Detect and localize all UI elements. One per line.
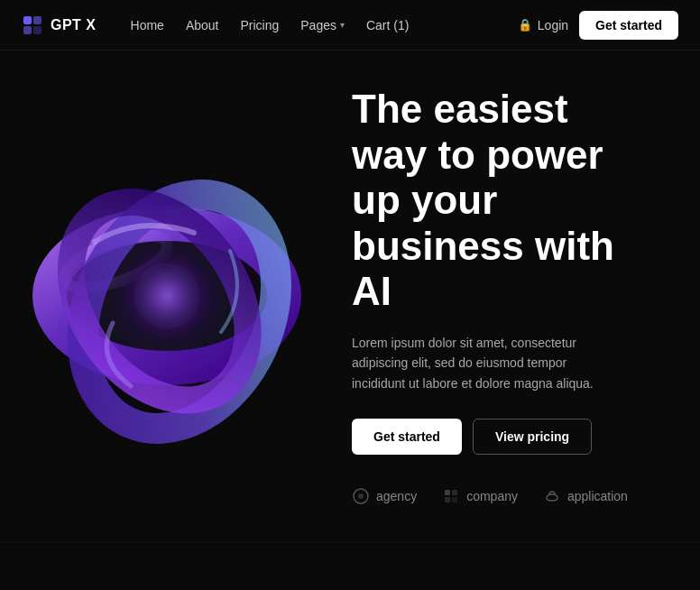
svg-rect-13 — [452, 490, 457, 495]
company-icon — [442, 487, 460, 505]
brand-application: application — [543, 487, 628, 505]
bottom-section: Unlock the potential of your business wi… — [0, 541, 700, 590]
logo[interactable]: GPT X — [22, 14, 97, 36]
nav-home[interactable]: Home — [122, 13, 173, 38]
application-label: application — [567, 489, 628, 503]
get-started-nav-button[interactable]: Get started — [579, 11, 678, 40]
nav-left: GPT X Home About Pricing Pages ▾ Cart (1… — [22, 13, 418, 38]
hero-title: The easiest way to power up your busines… — [352, 87, 640, 315]
view-pricing-button[interactable]: View pricing — [473, 419, 592, 455]
hero-buttons: Get started View pricing — [352, 419, 664, 455]
lock-icon: 🔒 — [518, 18, 532, 32]
agency-icon — [352, 487, 370, 505]
nav-pages[interactable]: Pages ▾ — [291, 13, 354, 38]
brand-logos: agency company application — [352, 487, 664, 505]
nav-about[interactable]: About — [177, 13, 228, 38]
navbar: GPT X Home About Pricing Pages ▾ Cart (1… — [0, 0, 700, 51]
abstract-3d-shape — [14, 124, 320, 467]
hero-image-area — [0, 97, 334, 494]
brand-agency: agency — [352, 487, 417, 505]
svg-rect-12 — [445, 490, 450, 495]
application-icon — [543, 487, 561, 505]
svg-rect-3 — [33, 26, 41, 34]
logo-text: GPT X — [51, 17, 97, 33]
login-button[interactable]: 🔒 Login — [518, 18, 568, 32]
get-started-hero-button[interactable]: Get started — [352, 419, 462, 455]
nav-right: 🔒 Login Get started — [518, 11, 678, 40]
svg-point-9 — [122, 251, 212, 341]
nav-pricing[interactable]: Pricing — [231, 13, 288, 38]
svg-rect-1 — [33, 16, 41, 24]
hero-section: The easiest way to power up your busines… — [0, 51, 700, 541]
svg-rect-2 — [23, 26, 32, 34]
nav-cart[interactable]: Cart (1) — [357, 13, 418, 38]
hero-content: The easiest way to power up your busines… — [334, 51, 700, 541]
agency-label: agency — [376, 489, 417, 503]
pages-chevron-icon: ▾ — [340, 20, 345, 30]
login-label: Login — [538, 18, 568, 32]
svg-rect-14 — [445, 497, 450, 502]
svg-rect-0 — [23, 16, 32, 24]
logo-icon — [22, 14, 43, 36]
nav-links: Home About Pricing Pages ▾ Cart (1) — [122, 13, 419, 38]
hero-description: Lorem ipsum dolor sit amet, consectetur … — [352, 333, 622, 393]
brand-company: company — [442, 487, 518, 505]
company-label: company — [466, 489, 518, 503]
svg-point-11 — [358, 493, 364, 499]
svg-rect-15 — [452, 497, 457, 502]
